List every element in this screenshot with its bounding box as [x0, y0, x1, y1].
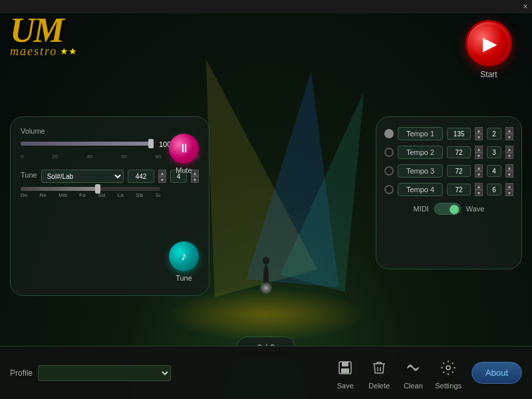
- tune-freq-up[interactable]: ▲: [158, 170, 166, 176]
- tempo4-radio[interactable]: [384, 185, 394, 194]
- tempo3-button[interactable]: Tempo 3: [398, 164, 443, 178]
- tempo1-spin[interactable]: ▲ ▼: [475, 127, 483, 140]
- tempo1-up[interactable]: ▲: [475, 127, 483, 134]
- tempo-row-3: Tempo 3 ▲ ▼ ▲ ▼: [384, 164, 513, 178]
- toggle-knob: [450, 205, 459, 214]
- tempo2-div-down[interactable]: ▼: [505, 152, 513, 159]
- tune-label: Tune: [21, 171, 37, 179]
- tempo4-value[interactable]: [447, 184, 471, 196]
- wave-label: Wave: [466, 205, 485, 213]
- mute-button[interactable]: ⏸: [169, 134, 199, 164]
- tune-icon: ♪: [181, 249, 187, 263]
- tempo2-value[interactable]: [447, 146, 471, 158]
- vol-mark-40: 40: [86, 154, 92, 160]
- midi-label: MIDI: [414, 205, 429, 213]
- settings-icon: [436, 356, 460, 380]
- note-re: Re: [40, 192, 47, 198]
- tune-freq-down[interactable]: ▼: [158, 176, 166, 183]
- tempo2-spin[interactable]: ▲ ▼: [475, 146, 483, 159]
- tempo3-spin[interactable]: ▲ ▼: [475, 164, 483, 178]
- tempo3-div[interactable]: [487, 165, 501, 177]
- logo-area: UM maestro ★★: [10, 17, 130, 59]
- tune-btn-label: Tune: [176, 274, 192, 282]
- performer-glow: [259, 281, 273, 295]
- right-panel: Tempo 1 ▲ ▼ ▲ ▼ Tempo 2 ▲ ▼ ▲ ▼ Tempo 3 …: [376, 116, 522, 269]
- mute-label: Mute: [176, 166, 192, 174]
- tempo1-div[interactable]: [487, 128, 501, 140]
- logo-main: UM: [10, 17, 130, 45]
- about-button[interactable]: About: [471, 362, 522, 384]
- tempo4-div[interactable]: [487, 184, 501, 196]
- volume-thumb: [148, 139, 154, 148]
- tempo4-down[interactable]: ▼: [475, 190, 483, 196]
- start-button[interactable]: [466, 20, 512, 66]
- tune-button-area: ♪ Tune: [169, 241, 199, 282]
- svg-point-3: [446, 366, 450, 370]
- tune-dropdown[interactable]: Sol#/Lab: [41, 170, 124, 183]
- tempo3-radio[interactable]: [384, 166, 394, 176]
- tempo2-div[interactable]: [487, 146, 501, 158]
- start-label: Start: [480, 70, 497, 79]
- tune-octave-down[interactable]: ▼: [191, 176, 199, 183]
- tempo3-up[interactable]: ▲: [475, 164, 483, 171]
- vol-mark-80: 80: [156, 154, 162, 160]
- save-label: Save: [337, 382, 354, 390]
- profile-label: Profile: [10, 368, 33, 378]
- tune-freq-input[interactable]: [128, 170, 154, 183]
- tempo2-radio[interactable]: [384, 148, 394, 157]
- tempo2-div-up[interactable]: ▲: [505, 146, 513, 152]
- note-sib: Sib: [136, 192, 144, 198]
- tempo1-radio[interactable]: [384, 129, 394, 138]
- tempo4-div-down[interactable]: ▼: [505, 190, 513, 196]
- title-bar: ×: [0, 0, 532, 13]
- save-button-area[interactable]: Save: [333, 356, 357, 390]
- tempo1-down[interactable]: ▼: [475, 134, 483, 140]
- midi-wave-row: MIDI Wave: [384, 203, 513, 215]
- delete-button-area[interactable]: Delete: [367, 356, 391, 390]
- note-fa: Fa: [79, 192, 85, 198]
- settings-button-area[interactable]: Settings: [435, 356, 462, 390]
- tempo2-up[interactable]: ▲: [475, 146, 483, 152]
- left-panel: Volume 100 ▲ ▼ 0 20 40 60 80 100 ⏸ Mute …: [10, 116, 209, 296]
- tempo1-value[interactable]: [447, 128, 471, 140]
- tempo2-div-spin[interactable]: ▲ ▼: [505, 146, 513, 159]
- svg-rect-1: [342, 362, 348, 366]
- profile-dropdown[interactable]: [38, 365, 171, 381]
- delete-label: Delete: [368, 382, 390, 390]
- note-la: La: [118, 192, 124, 198]
- svg-rect-2: [341, 368, 349, 373]
- tempo1-div-down[interactable]: ▼: [505, 134, 513, 140]
- midi-wave-toggle[interactable]: [434, 203, 461, 215]
- start-area: Start: [466, 20, 512, 79]
- logo-stars: ★★: [60, 46, 77, 57]
- tempo4-div-spin[interactable]: ▲ ▼: [505, 183, 513, 196]
- tempo1-div-up[interactable]: ▲: [505, 127, 513, 134]
- mute-icon: ⏸: [178, 142, 190, 156]
- tempo4-div-up[interactable]: ▲: [505, 183, 513, 190]
- tune-slider[interactable]: [21, 187, 160, 191]
- tune-thumb: [95, 184, 100, 194]
- close-button[interactable]: ×: [519, 0, 532, 13]
- tempo3-div-up[interactable]: ▲: [505, 164, 513, 171]
- mute-button-area: ⏸ Mute: [169, 134, 199, 174]
- tempo3-div-down[interactable]: ▼: [505, 171, 513, 178]
- tune-button[interactable]: ♪: [169, 241, 199, 271]
- tempo2-down[interactable]: ▼: [475, 152, 483, 159]
- tempo2-button[interactable]: Tempo 2: [398, 146, 443, 159]
- tempo1-button[interactable]: Tempo 1: [398, 127, 443, 140]
- tempo3-down[interactable]: ▼: [475, 171, 483, 178]
- tempo3-div-spin[interactable]: ▲ ▼: [505, 164, 513, 178]
- tempo-row-2: Tempo 2 ▲ ▼ ▲ ▼: [384, 146, 513, 159]
- tempo1-div-spin[interactable]: ▲ ▼: [505, 127, 513, 140]
- volume-slider[interactable]: [21, 142, 154, 146]
- vol-mark-0: 0: [21, 154, 23, 160]
- clean-button-area[interactable]: Clean: [401, 356, 425, 390]
- vol-mark-20: 20: [52, 154, 58, 160]
- tempo4-spin[interactable]: ▲ ▼: [475, 183, 483, 196]
- tempo4-button[interactable]: Tempo 4: [398, 183, 443, 196]
- tune-fill: [21, 187, 98, 191]
- bottom-bar: Profile Save Delete: [0, 346, 532, 399]
- tune-freq-spin[interactable]: ▲ ▼: [158, 170, 166, 183]
- tempo3-value[interactable]: [447, 165, 471, 177]
- tempo4-up[interactable]: ▲: [475, 183, 483, 190]
